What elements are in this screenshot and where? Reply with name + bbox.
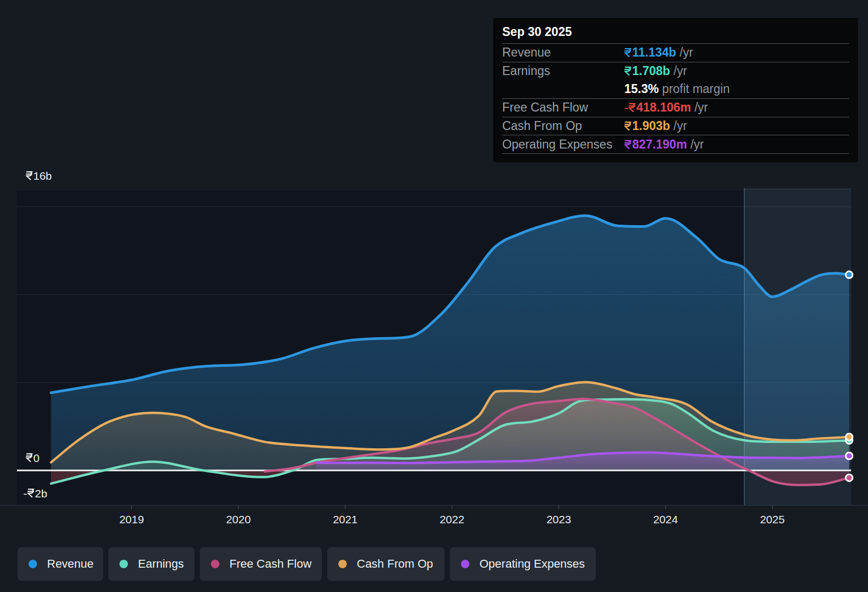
svg-text:0: 0 <box>33 452 40 464</box>
svg-text:2023: 2023 <box>547 513 571 525</box>
svg-text:2025: 2025 <box>760 513 785 525</box>
svg-text:2022: 2022 <box>440 513 465 525</box>
svg-text:2019: 2019 <box>119 513 144 525</box>
svg-text:2021: 2021 <box>333 513 358 525</box>
svg-text:2024: 2024 <box>653 513 678 525</box>
svg-text:-: - <box>23 487 27 500</box>
svg-text:2020: 2020 <box>226 513 251 525</box>
svg-text:2b: 2b <box>35 487 47 500</box>
svg-text:16b: 16b <box>33 170 52 182</box>
